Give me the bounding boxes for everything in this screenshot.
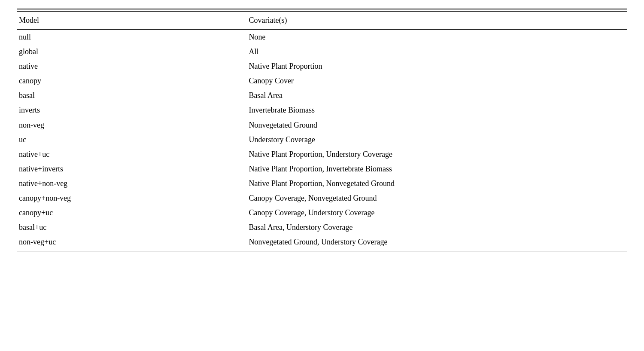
table-row: native+non-vegNative Plant Proportion, N… (17, 176, 627, 191)
covariate-cell: Canopy Coverage, Understory Coverage (249, 205, 627, 220)
covariate-cell: Native Plant Proportion, Nonvegetated Gr… (249, 176, 627, 191)
covariate-cell: Canopy Coverage, Nonvegetated Ground (249, 191, 627, 205)
table-row: basal+ucBasal Area, Understory Coverage (17, 220, 627, 235)
model-cell: native+uc (17, 147, 249, 162)
model-cell: native (17, 59, 249, 73)
covariate-cell: Canopy Cover (249, 73, 627, 88)
covariate-cell: Basal Area, Understory Coverage (249, 220, 627, 235)
table-row: ucUnderstory Coverage (17, 132, 627, 147)
col-covariate-header: Covariate(s) (249, 12, 627, 30)
table-row: non-veg+ucNonvegetated Ground, Understor… (17, 235, 627, 249)
covariate-cell: Understory Coverage (249, 132, 627, 147)
model-cell: canopy+uc (17, 205, 249, 220)
model-cell: global (17, 44, 249, 59)
model-cell: inverts (17, 103, 249, 117)
model-cell: basal (17, 88, 249, 103)
covariate-cell: Nonvegetated Ground (249, 118, 627, 132)
table-row: native+ucNative Plant Proportion, Unders… (17, 147, 627, 162)
covariate-cell: Invertebrate Biomass (249, 103, 627, 117)
page-container: Model Covariate(s) nullNoneglobalAllnati… (0, 0, 644, 351)
table-row: canopy+ucCanopy Coverage, Understory Cov… (17, 205, 627, 220)
table-row: canopy+non-vegCanopy Coverage, Nonvegeta… (17, 191, 627, 205)
covariate-cell: All (249, 44, 627, 59)
col-model-header: Model (17, 12, 249, 30)
model-cell: canopy+non-veg (17, 191, 249, 205)
model-cell: native+inverts (17, 162, 249, 176)
table-row: canopyCanopy Cover (17, 73, 627, 88)
covariate-cell: Basal Area (249, 88, 627, 103)
model-cell: native+non-veg (17, 176, 249, 191)
model-cell: non-veg+uc (17, 235, 249, 249)
model-cell: uc (17, 132, 249, 147)
table-row: globalAll (17, 44, 627, 59)
model-covariate-table: Model Covariate(s) nullNoneglobalAllnati… (17, 11, 627, 249)
model-cell: basal+uc (17, 220, 249, 235)
table-row: nullNone (17, 30, 627, 45)
model-cell: null (17, 30, 249, 45)
table-header-row: Model Covariate(s) (17, 12, 627, 30)
model-cell: non-veg (17, 118, 249, 132)
model-cell: canopy (17, 73, 249, 88)
table-row: native+invertsNative Plant Proportion, I… (17, 162, 627, 176)
table-row: invertsInvertebrate Biomass (17, 103, 627, 117)
table-row: non-vegNonvegetated Ground (17, 118, 627, 132)
table-row: basalBasal Area (17, 88, 627, 103)
covariate-cell: Native Plant Proportion (249, 59, 627, 73)
covariate-cell: Native Plant Proportion, Understory Cove… (249, 147, 627, 162)
covariate-cell: Native Plant Proportion, Invertebrate Bi… (249, 162, 627, 176)
table-wrapper: Model Covariate(s) nullNoneglobalAllnati… (17, 9, 627, 251)
bottom-border-line (17, 251, 627, 251)
covariate-cell: Nonvegetated Ground, Understory Coverage (249, 235, 627, 249)
covariate-cell: None (249, 30, 627, 45)
table-row: nativeNative Plant Proportion (17, 59, 627, 73)
